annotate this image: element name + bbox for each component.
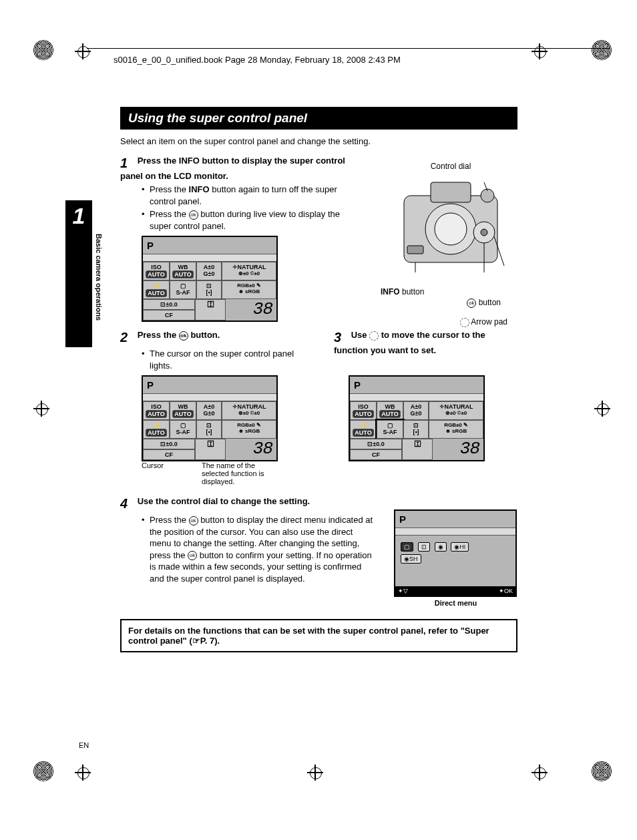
lcd-flash: ⚡AUTO	[143, 280, 170, 299]
lcd-iso-selected: ISOAUTO	[143, 401, 170, 420]
super-control-panel-screen-move: P ISOAUTO WBAUTO A±0G±0 ✧NATURAL⊛±0©±0 ⚡…	[349, 375, 485, 461]
arrow-pad-icon	[369, 331, 379, 341]
step-number: 1	[120, 156, 135, 171]
crop-mark	[307, 765, 323, 781]
step-2: 2 Press the ok button. The cursor on the…	[120, 330, 314, 485]
step-number: 2	[120, 330, 135, 345]
chapter-number: 1	[65, 203, 92, 229]
crop-mark	[532, 43, 548, 59]
lcd-frames-remaining: 38	[226, 299, 276, 321]
step-bullet: Press the ok button during live view to …	[142, 208, 361, 232]
function-name-caption: The name of the selected function is dis…	[182, 461, 275, 485]
super-control-panel-screen-cursor: P ISOAUTO WBAUTO A±0G±0 ✧NATURAL⊛±0©±0 ⚡…	[142, 375, 278, 461]
ok-icon: ok	[179, 331, 188, 341]
crop-mark	[75, 765, 91, 781]
direct-menu-screen: P ▢ ⊡ ◉ ◉HI ◉SH ✦▽ ✦OK	[394, 509, 517, 597]
step-number: 4	[120, 496, 135, 511]
step-heading: Use the control dial to change the setti…	[138, 496, 310, 506]
registration-mark	[592, 761, 612, 781]
step-heading: Use to move the cursor to the function y…	[334, 330, 485, 355]
ok-icon: ok	[189, 210, 198, 220]
lcd-wb: WBAUTO	[170, 262, 196, 280]
cursor-caption: Cursor	[142, 461, 182, 485]
lcd-meter: ⊡[▪]	[196, 280, 222, 299]
step-1: 1 Press the INFO button to display the s…	[120, 156, 361, 322]
lcd-drive: ▢S-AF	[170, 280, 196, 299]
ok-icon: ok	[188, 551, 197, 560]
step-bullet: The cursor on the super control panel li…	[142, 348, 314, 371]
step-heading: Press the ok button.	[138, 330, 220, 340]
step-bullet: Press the INFO button again to turn off …	[142, 184, 361, 207]
crop-mark	[75, 43, 91, 59]
crop-mark	[532, 765, 548, 781]
direct-menu-option: ▢	[401, 542, 413, 552]
lcd-natural: ✧NATURAL⊛±0©±0	[222, 262, 276, 280]
direct-menu-option: ◉HI	[451, 542, 469, 552]
lcd-is: 🄸	[195, 299, 226, 321]
crop-mark	[594, 401, 610, 417]
chapter-label: Basic camera operations	[93, 234, 103, 321]
section-title: Using the super control panel	[120, 107, 517, 130]
step-4: 4 Use the control dial to change the set…	[120, 496, 374, 584]
chapter-tab: 1	[65, 200, 92, 347]
registration-mark	[33, 761, 53, 781]
crop-mark	[33, 401, 49, 417]
running-header: s0016_e_00_0_unified.book Page 28 Monday…	[114, 55, 401, 65]
lcd-color: RGB±0✎☻sRGB	[222, 280, 276, 299]
reference-box: For details on the functions that can be…	[120, 619, 517, 652]
registration-mark	[592, 40, 612, 60]
lcd-iso: ISOAUTO	[143, 262, 170, 280]
direct-menu-nav-icon: ✦▽	[398, 588, 408, 594]
mode-indicator: P	[143, 237, 276, 254]
step-3: 3 Use to move the cursor to the function…	[334, 330, 517, 461]
step-number: 3	[334, 330, 349, 345]
lcd-ev: ⊡±0.0	[143, 299, 195, 310]
direct-menu-caption: Direct menu	[394, 599, 517, 607]
reference-icon: ☞	[192, 636, 200, 646]
lcd-drive-selected: ▢S-AF	[377, 420, 403, 439]
super-control-panel-screen: P ISOAUTO WBAUTO A±0G±0 ✧NATURAL⊛±0©±0 ⚡…	[142, 236, 278, 322]
registration-mark	[33, 40, 53, 60]
lcd-ag: A±0G±0	[196, 262, 222, 280]
direct-menu-option: ◉	[435, 542, 447, 552]
lcd-cf: CF	[143, 310, 195, 321]
ok-icon: ok	[189, 516, 198, 526]
step-bullet: Press the ok button to display the direc…	[142, 514, 374, 584]
step-heading: Press the INFO button to display the sup…	[120, 156, 345, 181]
direct-menu-option: ◉SH	[401, 554, 421, 564]
section-intro: Select an item on the super control pane…	[120, 136, 517, 146]
header-rule	[87, 48, 610, 49]
direct-menu-ok-icon: ✦OK	[499, 588, 513, 594]
direct-menu-option: ⊡	[418, 542, 430, 552]
page-footer-lang: EN	[79, 741, 89, 749]
